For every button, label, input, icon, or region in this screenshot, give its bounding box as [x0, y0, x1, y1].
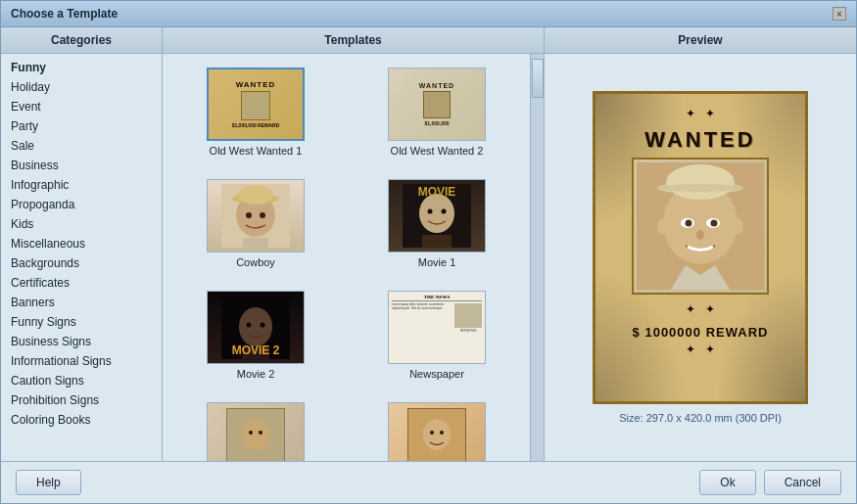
- sidebar-item-coloring-books[interactable]: Coloring Books: [1, 410, 162, 430]
- svg-point-34: [711, 220, 718, 227]
- template-thumb-cowboy: [207, 179, 305, 252]
- close-button[interactable]: ×: [833, 7, 846, 21]
- template-label-wanted2: Old West Wanted 2: [391, 145, 484, 157]
- svg-text:MOVIE: MOVIE: [418, 185, 456, 199]
- svg-point-24: [440, 431, 444, 435]
- preview-panel: Preview ✦ ✦ WANTED: [545, 27, 856, 461]
- svg-point-37: [732, 218, 743, 234]
- templates-grid: WANTED $1,000,000 REWARD Old West Wanted…: [172, 64, 520, 461]
- template-thumb-wanted1: WANTED $1,000,000 REWARD: [207, 68, 305, 141]
- main-window: Choose a Template × Categories FunnyHoli…: [0, 0, 857, 504]
- svg-point-36: [657, 218, 669, 234]
- sidebar-item-miscellaneous[interactable]: Miscellaneous: [1, 234, 162, 253]
- sidebar-item-kids[interactable]: Kids: [1, 214, 162, 234]
- bullet-left: ✦: [686, 107, 695, 120]
- bullet-row-middle: ✦ ✦: [686, 302, 715, 316]
- svg-point-14: [239, 307, 272, 346]
- sidebar-item-business[interactable]: Business: [1, 156, 162, 175]
- scrollbar-thumb[interactable]: [532, 59, 544, 98]
- reward-text: $ 1000000 REWARD: [633, 325, 769, 340]
- svg-point-29: [666, 164, 735, 200]
- preview-header: Preview: [545, 27, 856, 54]
- svg-point-8: [419, 194, 454, 233]
- bullet-bot-right: ✦: [705, 343, 715, 356]
- svg-rect-6: [243, 238, 268, 248]
- bullet-row-bottom: ✦ ✦: [686, 343, 715, 356]
- face-illustration: [637, 162, 764, 290]
- wanted-face: [632, 158, 769, 295]
- categories-panel: Categories FunnyHolidayEventPartySaleBus…: [1, 27, 163, 461]
- sidebar-item-event[interactable]: Event: [1, 97, 162, 116]
- template-item-cowboy[interactable]: Cowboy: [172, 175, 339, 272]
- bullet-bot-left: ✦: [686, 343, 695, 356]
- svg-point-4: [246, 212, 252, 218]
- svg-point-15: [247, 323, 252, 328]
- svg-text:MOVIE 2: MOVIE 2: [232, 344, 280, 357]
- template-label-cowboy: Cowboy: [236, 256, 275, 268]
- bottom-bar: Help Ok Cancel: [1, 461, 856, 503]
- title-bar: Choose a Template ×: [1, 1, 856, 27]
- template-thumb-partial2: [388, 402, 486, 461]
- svg-point-16: [261, 323, 265, 328]
- svg-point-33: [686, 220, 692, 227]
- template-label-newspaper: Newspaper: [409, 368, 464, 380]
- sidebar-item-caution-signs[interactable]: Caution Signs: [1, 371, 162, 390]
- sidebar-item-propoganda[interactable]: Propoganda: [1, 195, 162, 214]
- template-item-wanted1[interactable]: WANTED $1,000,000 REWARD Old West Wanted…: [172, 64, 339, 160]
- template-label-movie1: Movie 1: [418, 256, 456, 268]
- svg-point-10: [442, 209, 447, 214]
- template-thumb-newspaper: THE NEWS Lorem ipsum dolor sit amet, con…: [388, 291, 486, 364]
- sidebar-item-backgrounds[interactable]: Backgrounds: [1, 253, 162, 273]
- sidebar-item-funny[interactable]: Funny: [1, 58, 162, 77]
- template-thumb-wanted2: WANTED $1,000,000: [388, 68, 486, 141]
- sidebar-item-certificates[interactable]: Certificates: [1, 273, 162, 293]
- templates-panel: Templates WANTED $1,000,000 REWARD Old W…: [163, 27, 545, 461]
- scrollbar[interactable]: [530, 54, 544, 461]
- cancel-button[interactable]: Cancel: [764, 470, 841, 495]
- svg-point-35: [696, 230, 704, 240]
- template-item-movie1[interactable]: MOVIE Movie 1: [354, 175, 520, 272]
- sidebar-item-banners[interactable]: Banners: [1, 293, 162, 312]
- action-buttons: Ok Cancel: [699, 470, 841, 495]
- svg-rect-11: [422, 235, 452, 248]
- svg-point-19: [242, 419, 269, 450]
- preview-size: Size: 297.0 x 420.0 mm (300 DPI): [619, 412, 782, 424]
- sidebar-item-funny-signs[interactable]: Funny Signs: [1, 312, 162, 332]
- sidebar-item-infographic[interactable]: Infographic: [1, 175, 162, 195]
- ok-button[interactable]: Ok: [699, 470, 755, 495]
- svg-point-5: [260, 212, 265, 218]
- template-item-movie2[interactable]: MOVIE 2 Movie 2: [172, 287, 339, 384]
- template-thumb-partial1: [207, 402, 305, 461]
- bullet-right: ✦: [705, 107, 715, 120]
- svg-point-30: [657, 184, 743, 192]
- categories-list: FunnyHolidayEventPartySaleBusinessInfogr…: [1, 54, 162, 461]
- categories-header: Categories: [1, 27, 162, 54]
- help-button[interactable]: Help: [16, 470, 81, 495]
- template-item-partial1[interactable]: [172, 398, 339, 461]
- svg-point-9: [428, 209, 433, 214]
- main-content: Categories FunnyHolidayEventPartySaleBus…: [1, 27, 856, 461]
- template-label-wanted1: Old West Wanted 1: [210, 145, 303, 157]
- bullet-mid-left: ✦: [686, 302, 695, 316]
- wanted-poster: ✦ ✦ WANTED: [593, 91, 808, 404]
- svg-point-21: [259, 431, 262, 435]
- template-thumb-movie1: MOVIE: [388, 179, 486, 252]
- template-thumb-movie2: MOVIE 2: [207, 291, 305, 364]
- sidebar-item-informational-signs[interactable]: Informational Signs: [1, 351, 162, 371]
- preview-content: ✦ ✦ WANTED: [545, 54, 856, 461]
- sidebar-item-prohibition-signs[interactable]: Prohibition Signs: [1, 390, 162, 410]
- template-item-partial2[interactable]: [354, 398, 520, 461]
- bullet-mid-right: ✦: [705, 302, 715, 316]
- template-item-wanted2[interactable]: WANTED $1,000,000 Old West Wanted 2: [354, 64, 520, 160]
- svg-point-23: [430, 431, 434, 435]
- template-item-newspaper[interactable]: THE NEWS Lorem ipsum dolor sit amet, con…: [354, 287, 520, 384]
- templates-header: Templates: [163, 27, 544, 54]
- window-title: Choose a Template: [11, 7, 118, 21]
- wanted-title: WANTED: [644, 127, 755, 153]
- sidebar-item-party[interactable]: Party: [1, 116, 162, 136]
- sidebar-item-sale[interactable]: Sale: [1, 136, 162, 156]
- templates-scroll[interactable]: WANTED $1,000,000 REWARD Old West Wanted…: [163, 54, 530, 461]
- sidebar-item-business-signs[interactable]: Business Signs: [1, 332, 162, 351]
- sidebar-item-holiday[interactable]: Holiday: [1, 77, 162, 97]
- template-label-movie2: Movie 2: [237, 368, 275, 380]
